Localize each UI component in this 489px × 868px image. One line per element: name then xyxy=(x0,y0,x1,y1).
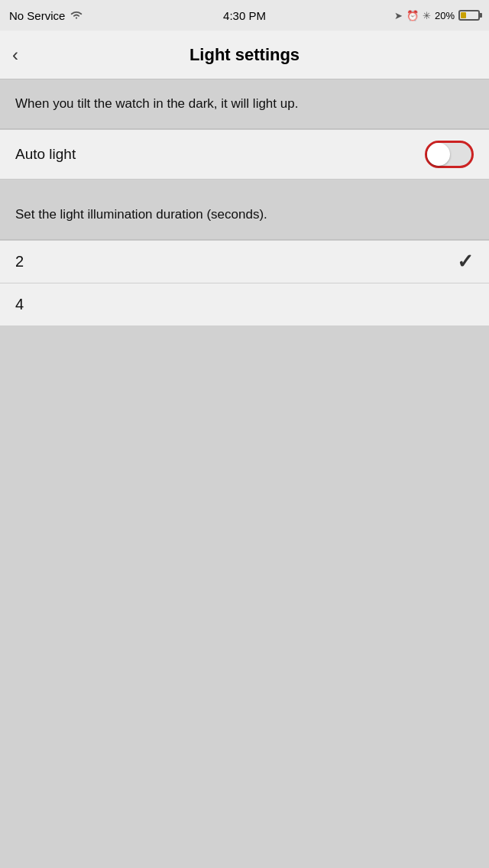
duration-4-label: 4 xyxy=(15,296,24,313)
bluetooth-icon: ✳ xyxy=(423,10,431,21)
status-right: ➤ ⏰ ✳ 20% xyxy=(394,10,480,21)
bottom-area xyxy=(0,326,489,863)
auto-light-toggle[interactable] xyxy=(425,141,474,168)
tilt-description-section: When you tilt the watch in the dark, it … xyxy=(0,79,489,129)
wifi-icon xyxy=(70,10,83,21)
auto-light-label: Auto light xyxy=(15,146,76,163)
duration-description-text: Set the light illumination duration (sec… xyxy=(15,207,267,222)
toggle-thumb xyxy=(427,143,450,166)
nav-bar: ‹ Light settings xyxy=(0,31,489,79)
back-button[interactable]: ‹ xyxy=(12,44,18,66)
status-left: No Service xyxy=(9,9,83,22)
battery-icon xyxy=(458,10,480,21)
tilt-description-text: When you tilt the watch in the dark, it … xyxy=(15,96,298,111)
auto-light-row: Auto light xyxy=(0,130,489,179)
duration-2-checkmark: ✓ xyxy=(457,250,474,274)
duration-option-2[interactable]: 2 ✓ xyxy=(0,241,489,283)
duration-2-label: 2 xyxy=(15,253,24,270)
back-arrow: ‹ xyxy=(12,44,18,66)
carrier-text: No Service xyxy=(9,9,65,22)
alarm-icon: ⏰ xyxy=(406,10,419,21)
duration-option-4[interactable]: 4 xyxy=(0,283,489,326)
page-title: Light settings xyxy=(189,45,300,65)
status-time: 4:30 PM xyxy=(223,9,266,22)
duration-list: 2 ✓ 4 xyxy=(0,240,489,326)
battery-percent: 20% xyxy=(435,10,455,21)
duration-description-section: Set the light illumination duration (sec… xyxy=(0,190,489,240)
auto-light-section: Auto light xyxy=(0,129,489,180)
toggle-track xyxy=(425,141,474,168)
status-bar: No Service 4:30 PM ➤ ⏰ ✳ 20% xyxy=(0,0,489,31)
location-icon: ➤ xyxy=(394,10,403,21)
battery-fill xyxy=(461,12,466,18)
